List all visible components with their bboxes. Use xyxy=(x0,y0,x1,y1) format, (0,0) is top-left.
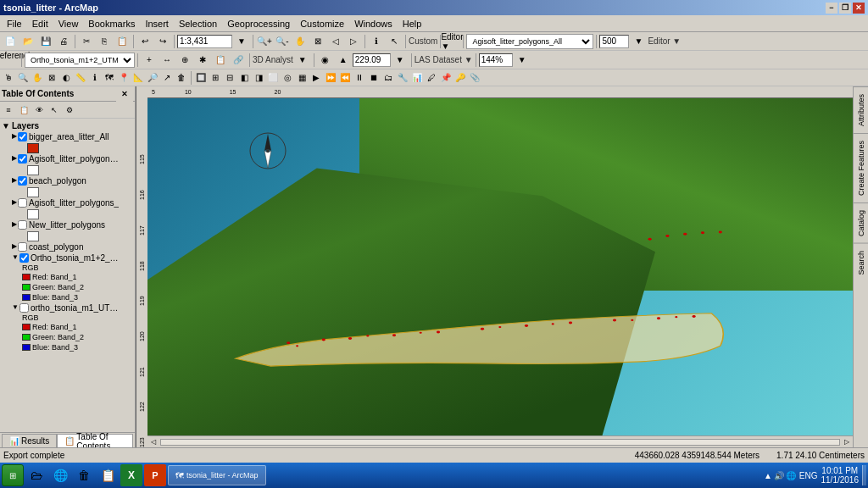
layer-checkbox[interactable] xyxy=(18,198,27,208)
georef-tool-1[interactable]: + xyxy=(141,53,158,68)
map-tool-3[interactable]: ✋ xyxy=(31,70,44,86)
3d-dropdown[interactable]: ▼ xyxy=(294,53,311,68)
map-tool-6[interactable]: 📏 xyxy=(74,70,87,86)
map-tool-18[interactable]: ◨ xyxy=(252,70,265,86)
map-tool-14[interactable]: 🔲 xyxy=(194,70,208,86)
toc-visibility-btn[interactable]: 👁 xyxy=(32,103,46,117)
close-button[interactable]: ✕ xyxy=(853,3,865,14)
scroll-left-btn[interactable]: ◁ xyxy=(147,436,159,448)
toc-content[interactable]: ▼ Layers ▶ bigger_area_litter_All ▶ Agis… xyxy=(0,119,135,432)
taskbar-task-icon[interactable]: 📋 xyxy=(97,464,119,486)
toc-source-btn[interactable]: 📋 xyxy=(17,103,31,117)
layer-checkbox[interactable] xyxy=(19,303,29,313)
redo-button[interactable]: ↪ xyxy=(154,34,171,49)
scroll-controls[interactable]: ◁ ▷ xyxy=(147,435,853,447)
tab-results[interactable]: 📊 Results xyxy=(2,434,57,447)
toc-options-btn[interactable]: ⚙ xyxy=(63,103,76,117)
map-tool-15[interactable]: ⊞ xyxy=(209,70,222,86)
print-button[interactable]: 🖨 xyxy=(55,34,72,49)
menu-customize[interactable]: Customize xyxy=(295,17,349,30)
minimize-button[interactable]: − xyxy=(826,3,837,14)
paste-button[interactable]: 📋 xyxy=(114,34,131,49)
taskbar-ppt-icon[interactable]: P xyxy=(144,464,166,486)
layer-checkbox[interactable] xyxy=(18,242,27,252)
open-button[interactable]: 📂 xyxy=(19,34,36,49)
layer-checkbox[interactable] xyxy=(18,132,27,141)
map-tool-8[interactable]: 🗺 xyxy=(103,70,116,86)
menu-bookmarks[interactable]: Bookmarks xyxy=(83,17,140,30)
map-tool-26[interactable]: ⏹ xyxy=(367,70,381,86)
identify-button[interactable]: ℹ xyxy=(368,34,385,49)
menu-view[interactable]: View xyxy=(53,17,84,30)
map-tool-10[interactable]: 📐 xyxy=(131,70,145,86)
map-area[interactable]: 5 10 15 20 123 122 121 120 119 118 117 1… xyxy=(136,86,853,447)
map-tool-30[interactable]: 🖊 xyxy=(425,70,438,86)
map-tool-33[interactable]: 📎 xyxy=(468,70,481,86)
layer-item[interactable]: ▼ Ortho_tsonia_m1+2_UTM35N xyxy=(2,252,133,263)
layer-checkbox[interactable] xyxy=(18,220,27,230)
map-tool-23[interactable]: ⏩ xyxy=(324,70,337,86)
scale-dropdown[interactable]: ▼ xyxy=(233,34,250,49)
taskbar-recycle-icon[interactable]: 🗑 xyxy=(73,464,95,486)
zoom-value-input[interactable] xyxy=(353,53,391,67)
georef-tool-2[interactable]: ↔ xyxy=(159,53,175,68)
map-tool-29[interactable]: 📊 xyxy=(410,70,424,86)
georef-tool-5[interactable]: 📋 xyxy=(212,53,229,68)
editor-dropdown-btn[interactable]: Editor ▼ xyxy=(443,34,460,49)
menu-help[interactable]: Help xyxy=(398,17,427,30)
menu-insert[interactable]: Insert xyxy=(140,17,174,30)
tab-toc[interactable]: 📋 Table Of Contents xyxy=(57,434,133,447)
restore-button[interactable]: ❐ xyxy=(839,3,851,14)
back-extent-button[interactable]: ◁ xyxy=(327,34,344,49)
save-button[interactable]: 💾 xyxy=(37,34,54,49)
menu-windows[interactable]: Windows xyxy=(349,17,398,30)
map-tool-1[interactable]: 🖱 xyxy=(2,70,15,86)
map-tool-21[interactable]: ▦ xyxy=(295,70,309,86)
map-tool-5[interactable]: ◐ xyxy=(59,70,73,86)
new-button[interactable]: 📄 xyxy=(2,34,19,49)
show-desktop-btn[interactable] xyxy=(862,465,866,485)
map-tool-16[interactable]: ⊟ xyxy=(223,70,236,86)
menu-file[interactable]: File xyxy=(2,17,27,30)
scale-500-dropdown[interactable]: ▼ xyxy=(630,34,647,49)
select-button[interactable]: ↖ xyxy=(386,34,403,49)
3d-tool-2[interactable]: ▲ xyxy=(335,53,352,68)
active-app-button[interactable]: 🗺 tsonia_litter - ArcMap xyxy=(168,465,266,485)
layers-header[interactable]: ▼ Layers xyxy=(2,120,133,131)
taskbar-chrome-icon[interactable]: 🌐 xyxy=(49,464,71,486)
map-tool-19[interactable]: ⬜ xyxy=(266,70,280,86)
toc-close-btn[interactable]: ✕ xyxy=(116,86,133,102)
full-extent-button[interactable]: ⊠ xyxy=(309,34,326,49)
zoom-pct-dropdown[interactable]: ▼ xyxy=(514,53,531,68)
map-tool-7[interactable]: ℹ xyxy=(88,70,102,86)
scale-input[interactable] xyxy=(177,35,232,48)
toc-list-btn[interactable]: ≡ xyxy=(2,103,15,117)
pan-button[interactable]: ✋ xyxy=(292,34,309,49)
scroll-track[interactable] xyxy=(160,439,840,446)
notification-icons[interactable]: ▲ 🔊 🌐 xyxy=(764,471,796,480)
raster-select[interactable]: Ortho_tsonia_m1+2_UTM35N.tif xyxy=(25,53,135,68)
map-tool-32[interactable]: 🔑 xyxy=(453,70,467,86)
zoom-unit-dropdown[interactable]: ▼ xyxy=(392,53,409,68)
map-tool-11[interactable]: 🔎 xyxy=(146,70,159,86)
copy-button[interactable]: ⎘ xyxy=(96,34,113,49)
layer-item[interactable]: ▶ coast_polygon xyxy=(2,241,133,252)
tab-search[interactable]: Search xyxy=(854,243,868,282)
georef-tool-3[interactable]: ⊕ xyxy=(176,53,193,68)
map-tool-13[interactable]: 🗑 xyxy=(175,70,188,86)
layer-checkbox[interactable] xyxy=(18,176,27,186)
map-tool-27[interactable]: 🗂 xyxy=(381,70,395,86)
map-tool-25[interactable]: ⏸ xyxy=(353,70,366,86)
map-tool-24[interactable]: ⏪ xyxy=(338,70,352,86)
layer-item[interactable]: ▼ ortho_tsonia_m1_UTM35N xyxy=(2,302,133,313)
tab-catalog[interactable]: Catalog xyxy=(854,202,868,243)
menu-edit[interactable]: Edit xyxy=(27,17,53,30)
layer-item[interactable]: ▶ bigger_area_litter_All xyxy=(2,131,133,142)
map-tool-9[interactable]: 📍 xyxy=(117,70,131,86)
scroll-right-btn[interactable]: ▷ xyxy=(841,436,853,448)
taskbar-explorer-icon[interactable]: 🗁 xyxy=(25,464,47,486)
map-tool-2[interactable]: 🔍 xyxy=(16,70,30,86)
menu-selection[interactable]: Selection xyxy=(174,17,222,30)
map-tool-31[interactable]: 📌 xyxy=(439,70,453,86)
scale-500-input[interactable] xyxy=(599,35,629,48)
